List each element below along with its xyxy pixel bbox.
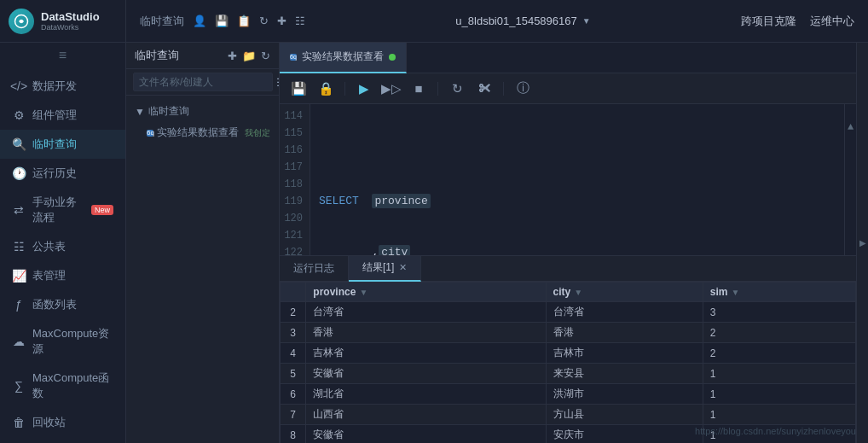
results-tab-close[interactable]: ✕ bbox=[399, 262, 407, 273]
history-icon: 🕐 bbox=[12, 166, 26, 180]
table-row: 7 山西省 方山县 1 bbox=[281, 405, 856, 425]
sidebar-item-component[interactable]: ⚙ 组件管理 bbox=[0, 101, 125, 130]
sidebar-label-flow: 手动业务流程 bbox=[32, 195, 84, 225]
add-file-icon[interactable]: ✚ bbox=[228, 50, 237, 62]
line-num-115: 115 bbox=[280, 125, 310, 142]
flow-icon: ⇄ bbox=[12, 203, 26, 217]
sidebar-item-func-list[interactable]: ƒ 函数列表 bbox=[0, 290, 125, 319]
ops-center-link[interactable]: 运维中心 bbox=[810, 14, 854, 29]
lock-button[interactable]: 🔒 bbox=[315, 79, 336, 99]
sidebar-menu: </> 数据开发 ⚙ 组件管理 🔍 临时查询 🕐 运行历史 ⇄ 手动业务流程 N… bbox=[0, 68, 125, 443]
func-icon: ƒ bbox=[12, 298, 26, 312]
file-search-input[interactable] bbox=[133, 73, 273, 91]
app-subtitle: DataWorks bbox=[41, 23, 100, 32]
td-col-b: 吉林市 bbox=[546, 343, 703, 364]
col-b-filter-icon[interactable]: ▼ bbox=[574, 288, 582, 297]
toolbar-divider-2 bbox=[437, 82, 438, 96]
td-col-c: 1 bbox=[703, 384, 855, 405]
code-editor[interactable]: 114 115 116 117 118 119 120 121 122 123 … bbox=[280, 104, 856, 255]
filter-topbar-icon[interactable]: ☷ bbox=[295, 15, 305, 27]
user-info: u_8ldsbi01_1545896167 ▼ bbox=[455, 15, 590, 27]
code-icon: </> bbox=[12, 79, 26, 93]
tree-item-tag: 我创定 bbox=[245, 127, 270, 139]
item-type-icon: 6q bbox=[147, 130, 153, 137]
line-num-117: 117 bbox=[280, 159, 310, 176]
scissors-button[interactable]: ✀ bbox=[474, 79, 495, 99]
td-col-b: 洪湖市 bbox=[546, 384, 703, 405]
code-line-114 bbox=[319, 142, 844, 159]
td-row-num: 8 bbox=[281, 425, 306, 444]
td-row-num: 2 bbox=[281, 302, 306, 323]
sidebar-item-maxcompute-func[interactable]: ∑ MaxCompute函数 bbox=[0, 364, 125, 408]
sidebar-label-maxcompute-func: MaxCompute函数 bbox=[32, 370, 113, 401]
save-button[interactable]: 💾 bbox=[288, 79, 309, 99]
cross-project-link[interactable]: 跨项目克隆 bbox=[741, 14, 796, 29]
td-row-num: 5 bbox=[281, 364, 306, 384]
file-tree: ▼ 临时查询 6q 实验结果数据查看 我创定 bbox=[126, 96, 279, 443]
code-line-115: SELECT province bbox=[319, 193, 844, 210]
col-c-filter-icon[interactable]: ▼ bbox=[731, 288, 739, 297]
scroll-up-arrow[interactable]: ▲ bbox=[848, 121, 854, 133]
logo-area: DataStudio DataWorks bbox=[0, 0, 125, 43]
td-col-c: 3 bbox=[703, 302, 855, 323]
th-col-c[interactable]: sim ▼ bbox=[703, 283, 855, 302]
code-content: SELECT province ,city ,CHAR_MATCHCOUNT(p… bbox=[310, 104, 844, 255]
component-icon: ⚙ bbox=[12, 108, 26, 122]
refresh-tree-icon[interactable]: ↻ bbox=[261, 50, 270, 62]
sidebar-item-flow[interactable]: ⇄ 手动业务流程 New bbox=[0, 188, 125, 232]
folder-icon[interactable]: 📁 bbox=[242, 50, 256, 62]
user-dropdown-arrow[interactable]: ▼ bbox=[582, 16, 591, 26]
plus-topbar-icon[interactable]: ✚ bbox=[277, 15, 286, 27]
results-tab-log[interactable]: 运行日志 bbox=[280, 256, 349, 282]
copy-topbar-icon[interactable]: 📋 bbox=[237, 15, 251, 27]
results-panel: 运行日志 结果[1] ✕ bbox=[280, 255, 856, 443]
td-row-num: 6 bbox=[281, 384, 306, 405]
logo-icon bbox=[9, 9, 34, 34]
save-topbar-icon[interactable]: 💾 bbox=[215, 15, 229, 27]
sidebar-item-table-mgmt[interactable]: 📈 表管理 bbox=[0, 261, 125, 290]
sidebar-item-dev[interactable]: </> 数据开发 bbox=[0, 72, 125, 101]
topbar-right: 跨项目克隆 运维中心 bbox=[741, 14, 854, 29]
refresh-topbar-icon[interactable]: ↻ bbox=[259, 15, 269, 27]
results-tabs: 运行日志 结果[1] ✕ bbox=[280, 256, 856, 282]
expand-icon: ▶ bbox=[858, 238, 867, 248]
th-col-b[interactable]: city ▼ bbox=[546, 283, 703, 302]
td-col-b: 香港 bbox=[546, 323, 703, 343]
td-row-num: 7 bbox=[281, 405, 306, 425]
table-row: 4 吉林省 吉林市 2 bbox=[281, 343, 856, 364]
line-num-116: 116 bbox=[280, 142, 310, 159]
col-a-filter-icon[interactable]: ▼ bbox=[359, 288, 367, 297]
stop-button[interactable]: ■ bbox=[408, 79, 429, 99]
td-col-c: 1 bbox=[703, 364, 855, 384]
tab-experiment[interactable]: 6q 实验结果数据查看 bbox=[280, 43, 407, 73]
td-col-a: 香港 bbox=[306, 323, 546, 343]
td-col-c: 1 bbox=[703, 405, 855, 425]
refresh-button[interactable]: ↻ bbox=[447, 79, 467, 99]
collapse-right-panel[interactable]: ▶ bbox=[856, 43, 868, 443]
sidebar-item-maxcompute-resource[interactable]: ☁ MaxCompute资源 bbox=[0, 319, 125, 364]
tree-group-temp-query: ▼ 临时查询 6q 实验结果数据查看 我创定 bbox=[126, 99, 279, 145]
run-format-button[interactable]: ▶▷ bbox=[381, 79, 402, 99]
sidebar-collapse-button[interactable]: ≡ bbox=[0, 43, 125, 68]
sidebar-item-public-table[interactable]: ☷ 公共表 bbox=[0, 232, 125, 261]
tree-group-header[interactable]: ▼ 临时查询 bbox=[126, 101, 279, 122]
td-row-num: 4 bbox=[281, 343, 306, 364]
sidebar: DataStudio DataWorks ≡ </> 数据开发 ⚙ 组件管理 🔍… bbox=[0, 0, 126, 443]
td-col-a: 吉林省 bbox=[306, 343, 546, 364]
topbar-section-label: 临时查询 bbox=[140, 14, 184, 29]
func2-icon: ∑ bbox=[12, 379, 26, 393]
line-num-120: 120 bbox=[280, 210, 310, 227]
tree-item-experiment[interactable]: 6q 实验结果数据查看 我创定 bbox=[126, 122, 279, 143]
tree-item-label: 实验结果数据查看 bbox=[157, 125, 241, 140]
th-col-a[interactable]: province ▼ bbox=[306, 283, 546, 302]
work-area: 临时查询 ✚ 📁 ↻ ☷ ▼ 临时查询 6q bbox=[126, 43, 868, 443]
file-panel-title: 临时查询 bbox=[135, 48, 223, 63]
sidebar-item-trash[interactable]: 🗑 回收站 bbox=[0, 408, 125, 437]
sidebar-item-history[interactable]: 🕐 运行历史 bbox=[0, 159, 125, 188]
info-button[interactable]: ⓘ bbox=[512, 79, 533, 99]
sidebar-item-query[interactable]: 🔍 临时查询 bbox=[0, 130, 125, 159]
new-badge: New bbox=[91, 205, 113, 215]
results-content: province ▼ city ▼ bbox=[280, 282, 856, 443]
run-button[interactable]: ▶ bbox=[354, 79, 374, 99]
results-tab-result[interactable]: 结果[1] ✕ bbox=[349, 256, 421, 282]
